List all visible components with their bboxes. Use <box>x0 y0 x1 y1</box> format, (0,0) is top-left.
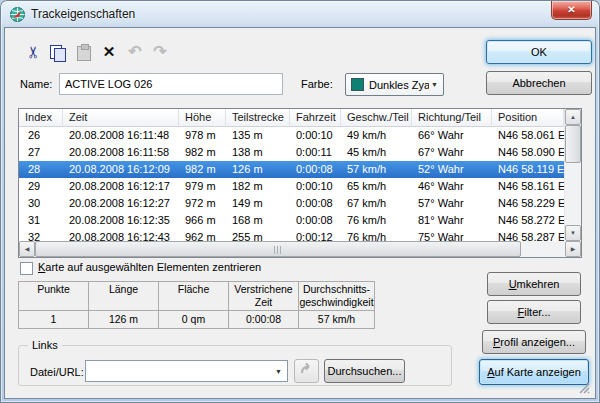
table-cell: 962 m <box>179 229 226 241</box>
open-link-button[interactable] <box>294 359 319 383</box>
scroll-up-button[interactable]: ▲ <box>565 109 581 125</box>
scroll-down-button[interactable]: ▼ <box>565 225 581 241</box>
vertical-scrollbar[interactable]: ▲ ▼ <box>564 109 581 241</box>
column-header-teilstrecke[interactable]: Teilstrecke <box>226 109 290 127</box>
table-row[interactable]: 3020.08.2008 16:12:27972 m149 m0:00:0867… <box>19 195 564 212</box>
color-swatch <box>351 78 364 91</box>
color-label: Farbe: <box>301 78 333 90</box>
table-cell: 76 km/h <box>341 212 412 229</box>
table-cell: 75° Wahr <box>412 229 492 241</box>
table-cell: 182 m <box>226 178 290 195</box>
table-row[interactable]: 2720.08.2008 16:11:58982 m138 m0:00:1145… <box>19 144 564 161</box>
table-cell: 81° Wahr <box>412 212 492 229</box>
table-row[interactable]: 2820.08.2008 16:12:09982 m126 m0:00:0857… <box>19 161 564 178</box>
scroll-right-button[interactable]: ▶ <box>565 241 581 257</box>
close-button[interactable]: ✕ <box>551 1 592 20</box>
horizontal-scrollbar[interactable]: ◀ ▶ <box>19 241 581 257</box>
column-header-fahrzeit[interactable]: Fahrzeit <box>290 109 341 127</box>
profile-button[interactable]: Profil anzeigen... <box>482 330 586 354</box>
column-header-geschw-teil[interactable]: Geschw./Teil <box>341 109 412 127</box>
resize-grip[interactable] <box>576 380 590 394</box>
table-cell: 0:00:10 <box>290 127 341 144</box>
table-cell: 20.08.2008 16:12:17 <box>63 178 179 195</box>
table-cell: 76 km/h <box>341 229 412 241</box>
table-cell: 57 km/h <box>341 161 412 178</box>
table-cell: 67° Wahr <box>412 144 492 161</box>
copy-icon[interactable] <box>48 42 68 62</box>
vertical-scroll-thumb[interactable] <box>565 125 581 163</box>
color-dropdown[interactable]: Dunkles Zyanbl ▼ <box>345 73 444 96</box>
summary-header-row: PunkteLängeFlächeVerstrichene ZeitDurchs… <box>19 282 375 311</box>
column-header-richtung-teil[interactable]: Richtung/Teil <box>412 109 492 127</box>
table-cell: 0:00:08 <box>290 161 341 178</box>
table-cell: 45 km/h <box>341 144 412 161</box>
browse-button[interactable]: Durchsuchen... <box>324 359 405 383</box>
center-map-checkbox[interactable] <box>20 262 33 275</box>
arrow-left-icon: ◀ <box>25 246 30 252</box>
paste-icon[interactable] <box>74 42 94 62</box>
table-cell: 978 m <box>179 127 226 144</box>
column-header-index[interactable]: Index <box>19 109 63 127</box>
table-cell: 57° Wahr <box>412 195 492 212</box>
column-header-position[interactable]: Position <box>492 109 564 127</box>
table-row[interactable]: 3220.08.2008 16:12:43962 m255 m0:00:1276… <box>19 229 564 241</box>
table-cell: 52° Wahr <box>412 161 492 178</box>
cancel-button[interactable]: Abbrechen <box>486 71 592 95</box>
ok-button[interactable]: OK <box>486 40 592 64</box>
undo-icon[interactable]: ↶ <box>125 42 145 62</box>
table-cell: 67 km/h <box>341 195 412 212</box>
file-url-input[interactable] <box>86 361 273 381</box>
delete-icon[interactable]: ✕ <box>99 42 119 62</box>
go-arrow-icon <box>299 361 314 375</box>
table-cell: 149 m <box>226 195 290 212</box>
table-cell: 20.08.2008 16:11:58 <box>63 144 179 161</box>
window-title: Trackeigenschaften <box>31 7 135 21</box>
table-row[interactable]: 2620.08.2008 16:11:48978 m135 m0:00:1049… <box>19 127 564 144</box>
table-cell: 20.08.2008 16:12:35 <box>63 212 179 229</box>
track-point-table: IndexZeitHöheTeilstreckeFahrzeitGeschw./… <box>18 108 582 258</box>
chevron-down-icon: ▼ <box>431 81 438 88</box>
summary-value-cell: 1 <box>19 311 89 329</box>
file-url-combobox[interactable]: ▼ <box>85 360 288 382</box>
scroll-left-button[interactable]: ◀ <box>19 241 35 257</box>
table-cell: N46 58.061 E10 <box>492 127 564 144</box>
summary-header-cell: Durchschnitts- geschwindigkeit <box>299 282 375 311</box>
table-cell: 31 <box>19 212 63 229</box>
summary-value-cell: 126 m <box>89 311 159 329</box>
redo-icon[interactable]: ↷ <box>150 42 170 62</box>
track-table-body: 2620.08.2008 16:11:48978 m135 m0:00:1049… <box>19 127 564 241</box>
table-cell: 0:00:10 <box>290 178 341 195</box>
table-cell: 0:00:08 <box>290 212 341 229</box>
summary-header-cell: Länge <box>89 282 159 311</box>
show-on-map-button[interactable]: Auf Karte anzeigen <box>479 359 589 385</box>
table-cell: N46 58.272 E10 <box>492 212 564 229</box>
table-cell: N46 58.090 E10 <box>492 144 564 161</box>
table-cell: 966 m <box>179 212 226 229</box>
summary-header-cell: Punkte <box>19 282 89 311</box>
arrow-up-icon: ▲ <box>570 114 576 120</box>
table-row[interactable]: 2920.08.2008 16:12:17979 m182 m0:00:1065… <box>19 178 564 195</box>
table-cell: 168 m <box>226 212 290 229</box>
app-icon <box>9 6 26 23</box>
table-cell: 66° Wahr <box>412 127 492 144</box>
color-value: Dunkles Zyanbl <box>369 79 429 91</box>
filter-button[interactable]: Filter... <box>487 300 581 324</box>
table-cell: 0:00:12 <box>290 229 341 241</box>
table-cell: 20.08.2008 16:11:48 <box>63 127 179 144</box>
table-cell: 20.08.2008 16:12:43 <box>63 229 179 241</box>
name-input[interactable] <box>59 73 283 95</box>
table-cell: 0:00:11 <box>290 144 341 161</box>
table-cell: 20.08.2008 16:12:09 <box>63 161 179 178</box>
table-cell: 135 m <box>226 127 290 144</box>
horizontal-scroll-thumb[interactable] <box>35 241 521 257</box>
paste-clip <box>81 44 89 50</box>
table-cell: 49 km/h <box>341 127 412 144</box>
cut-icon[interactable]: ✂ <box>24 42 44 62</box>
table-row[interactable]: 3120.08.2008 16:12:35966 m168 m0:00:0876… <box>19 212 564 229</box>
reverse-button[interactable]: Umkehren <box>487 272 581 296</box>
column-header-h-he[interactable]: Höhe <box>179 109 226 127</box>
track-properties-dialog: Trackeigenschaften ✕ ✂ ✕ ↶ ↷ Name: Farbe… <box>0 0 600 403</box>
table-cell: 46° Wahr <box>412 178 492 195</box>
title-bar[interactable]: Trackeigenschaften ✕ <box>0 0 600 28</box>
column-header-zeit[interactable]: Zeit <box>63 109 179 127</box>
